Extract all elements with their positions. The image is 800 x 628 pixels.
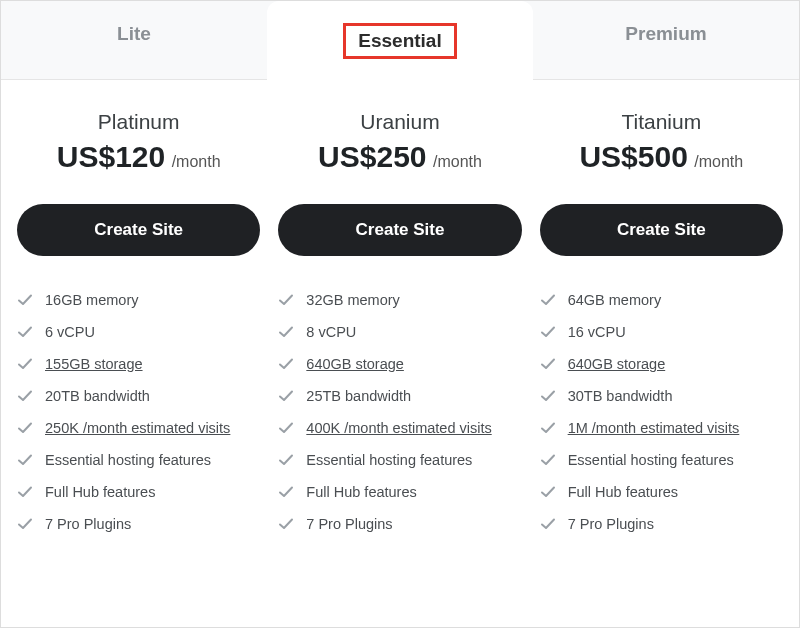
check-icon <box>540 420 556 436</box>
feature-item: Essential hosting features <box>278 444 521 476</box>
create-site-button[interactable]: Create Site <box>278 204 521 256</box>
check-icon <box>278 356 294 372</box>
plans-row: PlatinumUS$120 /monthCreate Site16GB mem… <box>1 80 799 540</box>
feature-item: 400K /month estimated visits <box>278 412 521 444</box>
pricing-tabs: Lite Essential Premium <box>1 1 799 80</box>
feature-text: 6 vCPU <box>45 324 95 340</box>
check-icon <box>17 356 33 372</box>
check-icon <box>278 292 294 308</box>
feature-list: 16GB memory6 vCPU155GB storage20TB bandw… <box>17 284 260 540</box>
feature-text: 20TB bandwidth <box>45 388 150 404</box>
check-icon <box>278 516 294 532</box>
tab-label: Lite <box>117 23 151 44</box>
check-icon <box>278 388 294 404</box>
feature-text: Full Hub features <box>306 484 416 500</box>
feature-item: Full Hub features <box>17 476 260 508</box>
check-icon <box>278 452 294 468</box>
check-icon <box>278 420 294 436</box>
feature-text: 25TB bandwidth <box>306 388 411 404</box>
feature-item: 640GB storage <box>278 348 521 380</box>
feature-item: 64GB memory <box>540 284 783 316</box>
plan-uranium: UraniumUS$250 /monthCreate Site32GB memo… <box>278 110 521 540</box>
check-icon <box>540 516 556 532</box>
check-icon <box>540 356 556 372</box>
feature-item: 25TB bandwidth <box>278 380 521 412</box>
feature-item: 8 vCPU <box>278 316 521 348</box>
check-icon <box>540 292 556 308</box>
plan-platinum: PlatinumUS$120 /monthCreate Site16GB mem… <box>17 110 260 540</box>
feature-text: 8 vCPU <box>306 324 356 340</box>
feature-text: Essential hosting features <box>568 452 734 468</box>
plan-titanium: TitaniumUS$500 /monthCreate Site64GB mem… <box>540 110 783 540</box>
plan-price-row: US$500 /month <box>540 140 783 174</box>
create-site-button[interactable]: Create Site <box>17 204 260 256</box>
feature-item: 6 vCPU <box>17 316 260 348</box>
plan-price: US$120 <box>57 140 165 173</box>
feature-item: 250K /month estimated visits <box>17 412 260 444</box>
plan-name: Uranium <box>278 110 521 134</box>
feature-text: 640GB storage <box>568 356 666 372</box>
create-site-button[interactable]: Create Site <box>540 204 783 256</box>
check-icon <box>17 484 33 500</box>
plan-period: /month <box>429 153 482 170</box>
check-icon <box>17 324 33 340</box>
feature-text: 400K /month estimated visits <box>306 420 491 436</box>
feature-item: Full Hub features <box>540 476 783 508</box>
tab-premium[interactable]: Premium <box>533 1 799 79</box>
plan-price: US$500 <box>579 140 687 173</box>
feature-item: Essential hosting features <box>17 444 260 476</box>
feature-item: 30TB bandwidth <box>540 380 783 412</box>
plan-name: Titanium <box>540 110 783 134</box>
feature-list: 32GB memory8 vCPU640GB storage25TB bandw… <box>278 284 521 540</box>
check-icon <box>278 484 294 500</box>
feature-item: 32GB memory <box>278 284 521 316</box>
feature-text: 64GB memory <box>568 292 661 308</box>
feature-item: 7 Pro Plugins <box>540 508 783 540</box>
feature-text: 155GB storage <box>45 356 143 372</box>
plan-period: /month <box>690 153 743 170</box>
tab-essential[interactable]: Essential <box>267 1 533 80</box>
feature-text: 30TB bandwidth <box>568 388 673 404</box>
feature-text: Full Hub features <box>568 484 678 500</box>
plan-price-row: US$250 /month <box>278 140 521 174</box>
check-icon <box>17 292 33 308</box>
feature-text: 1M /month estimated visits <box>568 420 740 436</box>
feature-list: 64GB memory16 vCPU640GB storage30TB band… <box>540 284 783 540</box>
check-icon <box>540 452 556 468</box>
feature-item: 640GB storage <box>540 348 783 380</box>
feature-item: 16 vCPU <box>540 316 783 348</box>
feature-text: 640GB storage <box>306 356 404 372</box>
tab-lite[interactable]: Lite <box>1 1 267 79</box>
check-icon <box>540 484 556 500</box>
feature-item: 16GB memory <box>17 284 260 316</box>
feature-text: Essential hosting features <box>306 452 472 468</box>
check-icon <box>17 388 33 404</box>
feature-item: 7 Pro Plugins <box>17 508 260 540</box>
feature-text: 7 Pro Plugins <box>306 516 392 532</box>
feature-text: 250K /month estimated visits <box>45 420 230 436</box>
check-icon <box>540 388 556 404</box>
feature-text: 16 vCPU <box>568 324 626 340</box>
feature-item: 7 Pro Plugins <box>278 508 521 540</box>
feature-text: 32GB memory <box>306 292 399 308</box>
plan-price-row: US$120 /month <box>17 140 260 174</box>
feature-item: 20TB bandwidth <box>17 380 260 412</box>
tab-label: Premium <box>625 23 706 44</box>
feature-item: 1M /month estimated visits <box>540 412 783 444</box>
tab-label: Essential <box>343 23 456 59</box>
feature-text: Essential hosting features <box>45 452 211 468</box>
feature-text: Full Hub features <box>45 484 155 500</box>
plan-name: Platinum <box>17 110 260 134</box>
plan-period: /month <box>167 153 220 170</box>
plan-price: US$250 <box>318 140 426 173</box>
check-icon <box>278 324 294 340</box>
feature-text: 7 Pro Plugins <box>568 516 654 532</box>
check-icon <box>17 452 33 468</box>
check-icon <box>540 324 556 340</box>
feature-item: Full Hub features <box>278 476 521 508</box>
feature-text: 16GB memory <box>45 292 138 308</box>
check-icon <box>17 516 33 532</box>
feature-item: 155GB storage <box>17 348 260 380</box>
check-icon <box>17 420 33 436</box>
feature-item: Essential hosting features <box>540 444 783 476</box>
